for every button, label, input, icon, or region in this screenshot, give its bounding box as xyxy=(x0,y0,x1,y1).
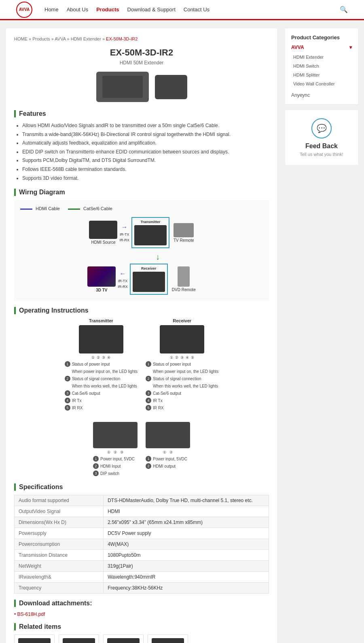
wiring-diagram: HDMI Cable CatSe/6 Cable HDMI Source → xyxy=(14,200,269,301)
tv-remote-label: TV Remote xyxy=(174,238,194,243)
wire-legend: HDMI Cable CatSe/6 Cable xyxy=(20,206,263,211)
chat-icon: 💬 xyxy=(317,123,327,133)
feature-item: Automatically adjusts feedback, equaliza… xyxy=(22,139,269,148)
legend-hdmi: HDMI Cable xyxy=(20,206,60,211)
spec-label: Audio format supported xyxy=(15,495,104,506)
legend-item: 1 Status of power input xyxy=(146,361,218,368)
spec-value: Wavelength:940mmIR xyxy=(104,572,269,583)
breadcrumb-avva[interactable]: AVVA xyxy=(55,36,66,41)
sidebar-item-anyeync[interactable]: Anyeync xyxy=(291,92,310,98)
legend-item: When power input on, the LED lights xyxy=(146,368,218,375)
hdmi-source-label: HDMI Source xyxy=(89,240,117,245)
legend-item: 1 Power input, 5VDC xyxy=(93,456,138,463)
legend-item: 4 IR Tx xyxy=(146,397,218,405)
features-heading: Features xyxy=(14,110,269,117)
product-image-container xyxy=(14,72,269,102)
nav-products[interactable]: Products xyxy=(96,6,119,13)
sidebar-item-hdmi-splitter[interactable]: HDMI Splitter xyxy=(293,70,352,79)
table-row: Trequency Frequency:38KHz-56KHz xyxy=(15,583,269,594)
breadcrumb-home[interactable]: HOME xyxy=(14,36,28,41)
sidebar-categories-card: Product Categories AVVA ▾ HDMI Extender … xyxy=(285,28,358,104)
table-row: Transmission Distance 1080Pupto50m xyxy=(15,550,269,561)
spec-value: DC5V Power supply xyxy=(104,528,269,539)
main-container: HOME » Products » AVVA » HDMI Extender »… xyxy=(0,20,364,643)
feature-item: Transmits a wide-band(38K-56KHz) Bi-Dire… xyxy=(22,130,269,139)
feature-item: Follows IEEE-568B cable termination stan… xyxy=(22,165,269,174)
related-item-img xyxy=(18,638,51,643)
download-heading: Download attachments: xyxy=(14,600,269,607)
spec-label: Powerconsumption xyxy=(15,539,104,550)
tx-legend: 1 Status of power input When power input… xyxy=(65,361,138,412)
ir-tx-label-bottom: IR-TX xyxy=(118,279,128,283)
features-list: Allows HDMI Audio/Video Signals andlR to… xyxy=(14,121,269,183)
spec-value: Frequency:38KHz-56KHz xyxy=(104,583,269,594)
table-row: IRwavelength& Wavelength:940mmIR xyxy=(15,572,269,583)
feedback-icon: 💬 xyxy=(311,118,332,138)
legend-item: When this works well, the LED lights xyxy=(65,383,138,390)
transmitter-box: Transmitter xyxy=(131,217,169,248)
legend-item: When power input on, the LED lights xyxy=(65,368,138,375)
ir-rx-label-top: IR-RX xyxy=(119,238,129,242)
feature-item: Supports PCM,Dolby DigitalTM, and DTS Di… xyxy=(22,156,269,165)
sidebar: Product Categories AVVA ▾ HDMI Extender … xyxy=(285,28,358,643)
related-item[interactable]: EX-60M 3D IR xyxy=(148,634,188,643)
sidebar-anyeync: Anyeync xyxy=(291,92,352,98)
nav-download[interactable]: Download & Support xyxy=(127,6,176,13)
main-nav: Home About Us Products Download & Suppor… xyxy=(44,6,340,13)
content-area: HOME » Products » AVVA » HDMI Extender »… xyxy=(6,28,277,643)
product-subtitle: HDMI 50M Extender xyxy=(14,60,269,66)
spec-label: Transmission Distance xyxy=(15,550,104,561)
nav-home[interactable]: Home xyxy=(44,6,59,13)
breadcrumb-products[interactable]: Products xyxy=(32,36,50,41)
feedback-title: Feed Back xyxy=(291,143,352,150)
legend-item: 3 DIP switch xyxy=(93,470,138,477)
op-diagrams-top: Transmitter ①②③④ 1 Status of power input… xyxy=(14,318,269,412)
spec-value: 319g(1Pair) xyxy=(104,561,269,572)
download-link[interactable]: BS-618H.pdf xyxy=(14,611,45,617)
legend-item: When this works well, the LED lights xyxy=(146,383,218,390)
receiver-box: Receiver xyxy=(130,264,168,295)
sidebar-category-avva: AVVA ▾ HDMI Extender HDMI Switch HDMI Sp… xyxy=(291,45,352,98)
product-title: EX-50M-3D-IR2 xyxy=(14,47,269,58)
related-item[interactable]: VGA-100E xyxy=(14,634,55,643)
spec-value: HDMI xyxy=(104,506,269,517)
nav-about[interactable]: About Us xyxy=(67,6,88,13)
table-row: Powerconsumption 4W(MAX) xyxy=(15,539,269,550)
related-item[interactable]: EX-100M-TX / EX-100M-RX xyxy=(59,634,99,643)
table-row: Dimensions(Wx Hx D) 2.56"x095" x3.34" (6… xyxy=(15,517,269,528)
sidebar-item-video-wall[interactable]: Video Wall Controller xyxy=(293,79,352,88)
logo-text: AVVA xyxy=(19,7,30,12)
rx-bottom-legend: 1 Power input, 5VDC 2 HDMI output xyxy=(146,456,190,470)
specs-heading: Specifications xyxy=(14,483,269,491)
rx-back-img xyxy=(146,422,190,448)
table-row: Audio format supported DTS-HDMasterAudio… xyxy=(15,495,269,506)
related-item-img xyxy=(63,638,95,643)
sidebar-item-hdmi-switch[interactable]: HDMI Switch xyxy=(293,62,352,70)
related-item[interactable]: EX-120M TX / EX-120M-RX xyxy=(103,634,144,643)
feedback-card: 💬 Feed Back Tell us what you think! xyxy=(285,110,358,165)
legend-item: 5 IR RX xyxy=(65,405,138,412)
table-row: OutputVideo Signal HDMI xyxy=(15,506,269,517)
op-rx-back: ①② 1 Power input, 5VDC 2 HDMI output xyxy=(146,420,190,477)
wiring-heading: Wirng Diagram xyxy=(14,189,269,196)
sidebar-categories-title: Product Categories xyxy=(291,34,352,40)
sidebar-avva-main[interactable]: AVVA ▾ xyxy=(291,45,352,50)
transmitter-device-img xyxy=(79,325,123,353)
feedback-subtitle: Tell us what you think! xyxy=(291,152,352,157)
search-icon[interactable]: 🔍 xyxy=(340,6,348,13)
tx-back-img xyxy=(93,422,138,448)
rx-legend: 1 Status of power input When power input… xyxy=(146,361,218,412)
legend-item: 2 Status of signal connection xyxy=(65,375,138,383)
logo: AVVA xyxy=(16,2,32,18)
breadcrumb-hdmi-extender[interactable]: HDMI Extender xyxy=(71,36,101,41)
related-item-img xyxy=(107,638,140,643)
spec-value: DTS-HDMasterAudio, Dolby True HD, multi-… xyxy=(104,495,269,506)
feature-item: EDID DIP switch on Transmitterto enhance… xyxy=(22,148,269,157)
sidebar-item-hdmi-extender[interactable]: HDMI Extender xyxy=(293,53,352,62)
nav-contact[interactable]: Contact Us xyxy=(184,6,210,13)
receiver-device-img xyxy=(160,325,204,353)
op-receiver: Receiver ①②③④⑤ 1 Status of power input W… xyxy=(146,318,218,412)
legend-item: 2 HDMI output xyxy=(146,463,190,470)
spec-value: 1080Pupto50m xyxy=(104,550,269,561)
sidebar-subcategories: HDMI Extender HDMI Switch HDMI Splitter … xyxy=(291,53,352,88)
